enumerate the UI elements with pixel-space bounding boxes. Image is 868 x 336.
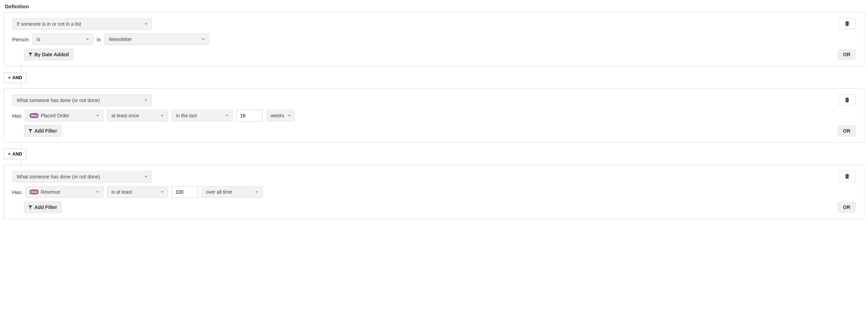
connector-2: + AND xyxy=(3,143,865,165)
chevron-down-icon xyxy=(226,115,228,117)
chevron-down-icon xyxy=(145,100,147,101)
add-filter-label: Add Filter xyxy=(34,128,57,134)
metric-select[interactable]: Woo Revenue xyxy=(25,186,104,198)
trash-icon xyxy=(845,21,849,26)
comparator-select[interactable]: is at least xyxy=(107,186,168,198)
condition-value: What someone has done (or not done) xyxy=(17,98,100,103)
woo-badge-icon: Woo xyxy=(30,113,39,118)
delete-rule-button[interactable] xyxy=(838,171,856,182)
frequency-select[interactable]: at least once xyxy=(107,110,168,121)
metric-select[interactable]: Woo Placed Order xyxy=(25,110,104,121)
chevron-down-icon xyxy=(288,115,290,117)
list-select[interactable]: Newsletter xyxy=(104,33,209,45)
person-label: Person xyxy=(12,36,29,42)
filter-icon xyxy=(28,129,32,133)
and-button-2[interactable]: + AND xyxy=(3,149,27,159)
or-button[interactable]: OR xyxy=(837,49,856,60)
woo-badge-icon: Woo xyxy=(30,190,39,194)
comparator-value: is at least xyxy=(112,189,132,195)
add-filter-button[interactable]: Add Filter xyxy=(24,201,62,213)
unit-select[interactable]: weeks xyxy=(266,110,295,121)
chevron-down-icon xyxy=(145,23,147,25)
add-filter-button[interactable]: Add Filter xyxy=(24,125,62,137)
trash-icon xyxy=(845,98,849,102)
rule-block-1: If someone is in or not in a list Person… xyxy=(3,12,865,66)
or-button[interactable]: OR xyxy=(837,202,856,213)
chevron-down-icon xyxy=(255,191,258,193)
timeframe-value: over all time xyxy=(206,189,232,195)
by-date-added-button[interactable]: By Date Added xyxy=(24,49,73,60)
chevron-down-icon xyxy=(161,191,164,193)
in-label: in xyxy=(97,36,101,42)
plus-icon: + xyxy=(8,75,11,80)
chevron-down-icon xyxy=(96,191,99,193)
value-input[interactable] xyxy=(172,186,198,198)
trash-icon xyxy=(845,174,849,179)
delete-rule-button[interactable] xyxy=(838,94,856,106)
condition-select[interactable]: What someone has done (or not done) xyxy=(12,171,152,183)
list-value: Newsletter xyxy=(109,36,132,42)
count-input[interactable] xyxy=(236,110,263,121)
section-title: Definition xyxy=(3,3,865,9)
and-label: AND xyxy=(13,75,22,80)
chevron-down-icon xyxy=(145,176,147,178)
has-label: Has xyxy=(12,113,22,119)
person-op-select[interactable]: is xyxy=(32,33,93,45)
plus-icon: + xyxy=(8,151,11,157)
add-filter-label: Add Filter xyxy=(34,204,57,210)
chevron-down-icon xyxy=(86,39,89,40)
chevron-down-icon xyxy=(161,115,164,117)
frequency-value: at least once xyxy=(112,113,139,118)
condition-value: What someone has done (or not done) xyxy=(17,174,100,179)
connector-1: + AND xyxy=(3,66,865,89)
or-button[interactable]: OR xyxy=(837,125,856,136)
rule-block-3: What someone has done (or not done) Has … xyxy=(3,165,865,219)
rule-block-2: What someone has done (or not done) Has … xyxy=(3,89,865,143)
unit-value: weeks xyxy=(271,113,285,118)
condition-select[interactable]: If someone is in or not in a list xyxy=(12,18,152,30)
and-label: AND xyxy=(13,151,22,157)
condition-value: If someone is in or not in a list xyxy=(17,21,81,27)
timeframe-select[interactable]: in the last xyxy=(172,110,233,121)
timeframe-value: in the last xyxy=(176,113,197,118)
metric-value: Revenue xyxy=(41,189,60,195)
delete-rule-button[interactable] xyxy=(838,18,856,29)
timeframe-select[interactable]: over all time xyxy=(202,186,263,198)
person-op-value: is xyxy=(37,36,40,42)
and-button-1[interactable]: + AND xyxy=(3,72,27,83)
metric-value: Placed Order xyxy=(41,113,69,118)
condition-select[interactable]: What someone has done (or not done) xyxy=(12,94,152,106)
has-label: Has xyxy=(12,189,22,195)
chevron-down-icon xyxy=(202,39,205,40)
by-date-added-label: By Date Added xyxy=(34,52,69,57)
chevron-down-icon xyxy=(96,115,99,117)
filter-icon xyxy=(28,205,32,209)
filter-icon xyxy=(28,53,32,57)
